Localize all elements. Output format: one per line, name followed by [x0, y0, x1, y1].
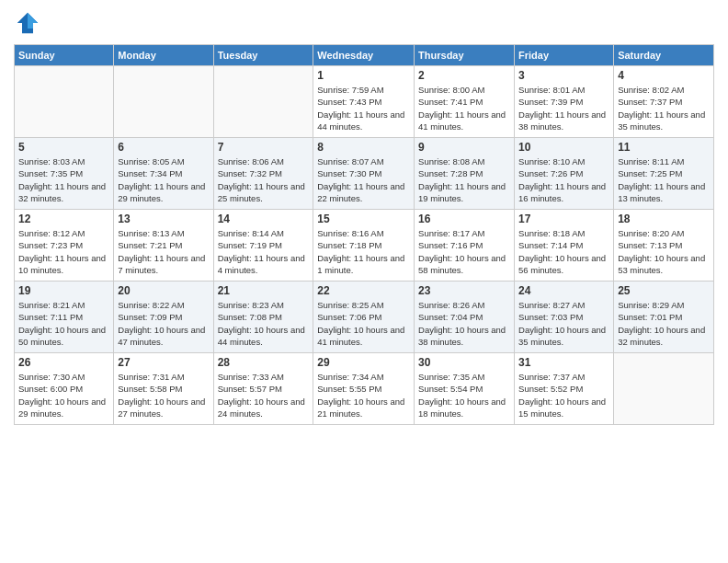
day-number: 19 [18, 284, 109, 297]
day-number: 4 [618, 69, 710, 82]
day-info: Sunrise: 7:37 AM Sunset: 5:52 PM Dayligh… [518, 371, 609, 419]
table-row [15, 66, 114, 138]
table-row: 29Sunrise: 7:34 AM Sunset: 5:55 PM Dayli… [313, 353, 415, 425]
day-info: Sunrise: 8:23 AM Sunset: 7:08 PM Dayligh… [218, 299, 310, 348]
table-row: 3Sunrise: 8:01 AM Sunset: 7:39 PM Daylig… [515, 66, 614, 138]
day-number: 24 [518, 284, 609, 297]
logo-icon [14, 9, 41, 37]
table-row: 31Sunrise: 7:37 AM Sunset: 5:52 PM Dayli… [515, 353, 614, 425]
day-info: Sunrise: 7:35 AM Sunset: 5:54 PM Dayligh… [418, 371, 510, 419]
day-number: 6 [118, 141, 209, 154]
table-row: 18Sunrise: 8:20 AM Sunset: 7:13 PM Dayli… [614, 210, 714, 282]
day-info: Sunrise: 8:06 AM Sunset: 7:32 PM Dayligh… [218, 155, 310, 204]
table-row: 25Sunrise: 8:29 AM Sunset: 7:01 PM Dayli… [614, 282, 714, 353]
day-info: Sunrise: 8:01 AM Sunset: 7:39 PM Dayligh… [518, 84, 609, 132]
table-row: 22Sunrise: 8:25 AM Sunset: 7:06 PM Dayli… [313, 282, 415, 353]
day-number: 25 [618, 284, 710, 297]
table-row: 11Sunrise: 8:11 AM Sunset: 7:25 PM Dayli… [614, 138, 714, 210]
col-tuesday: Tuesday [213, 45, 313, 66]
calendar-week-row: 1Sunrise: 7:59 AM Sunset: 7:43 PM Daylig… [15, 66, 714, 138]
table-row: 2Sunrise: 8:00 AM Sunset: 7:41 PM Daylig… [415, 66, 515, 138]
day-info: Sunrise: 8:13 AM Sunset: 7:21 PM Dayligh… [118, 227, 209, 276]
day-number: 1 [317, 69, 410, 82]
table-row: 17Sunrise: 8:18 AM Sunset: 7:14 PM Dayli… [515, 210, 614, 282]
day-info: Sunrise: 8:26 AM Sunset: 7:04 PM Dayligh… [418, 299, 510, 348]
day-info: Sunrise: 8:11 AM Sunset: 7:25 PM Dayligh… [618, 155, 710, 204]
col-sunday: Sunday [15, 45, 114, 66]
day-number: 31 [518, 356, 609, 369]
day-number: 7 [218, 141, 310, 154]
table-row: 6Sunrise: 8:05 AM Sunset: 7:34 PM Daylig… [114, 138, 213, 210]
table-row: 21Sunrise: 8:23 AM Sunset: 7:08 PM Dayli… [213, 282, 313, 353]
day-number: 21 [218, 284, 310, 297]
table-row: 23Sunrise: 8:26 AM Sunset: 7:04 PM Dayli… [415, 282, 515, 353]
day-info: Sunrise: 8:00 AM Sunset: 7:41 PM Dayligh… [418, 84, 510, 132]
day-info: Sunrise: 8:20 AM Sunset: 7:13 PM Dayligh… [618, 227, 710, 276]
day-number: 10 [518, 141, 609, 154]
table-row: 24Sunrise: 8:27 AM Sunset: 7:03 PM Dayli… [515, 282, 614, 353]
calendar-week-row: 5Sunrise: 8:03 AM Sunset: 7:35 PM Daylig… [15, 138, 714, 210]
table-row: 12Sunrise: 8:12 AM Sunset: 7:23 PM Dayli… [15, 210, 114, 282]
day-info: Sunrise: 7:59 AM Sunset: 7:43 PM Dayligh… [317, 84, 410, 132]
day-info: Sunrise: 8:22 AM Sunset: 7:09 PM Dayligh… [118, 299, 209, 348]
calendar-week-row: 19Sunrise: 8:21 AM Sunset: 7:11 PM Dayli… [15, 282, 714, 353]
table-row: 1Sunrise: 7:59 AM Sunset: 7:43 PM Daylig… [313, 66, 415, 138]
day-number: 3 [518, 69, 609, 82]
table-row: 30Sunrise: 7:35 AM Sunset: 5:54 PM Dayli… [415, 353, 515, 425]
logo [14, 9, 45, 37]
day-info: Sunrise: 8:10 AM Sunset: 7:26 PM Dayligh… [518, 155, 609, 204]
table-row: 28Sunrise: 7:33 AM Sunset: 5:57 PM Dayli… [213, 353, 313, 425]
col-friday: Friday [515, 45, 614, 66]
table-row: 16Sunrise: 8:17 AM Sunset: 7:16 PM Dayli… [415, 210, 515, 282]
day-info: Sunrise: 8:05 AM Sunset: 7:34 PM Dayligh… [118, 155, 209, 204]
table-row: 27Sunrise: 7:31 AM Sunset: 5:58 PM Dayli… [114, 353, 213, 425]
table-row: 5Sunrise: 8:03 AM Sunset: 7:35 PM Daylig… [15, 138, 114, 210]
table-row: 8Sunrise: 8:07 AM Sunset: 7:30 PM Daylig… [313, 138, 415, 210]
calendar-header-row: Sunday Monday Tuesday Wednesday Thursday… [15, 45, 714, 66]
day-number: 17 [518, 213, 609, 225]
page: Sunday Monday Tuesday Wednesday Thursday… [0, 0, 728, 563]
col-saturday: Saturday [614, 45, 714, 66]
day-number: 29 [317, 356, 410, 369]
day-number: 8 [317, 141, 410, 154]
day-info: Sunrise: 8:16 AM Sunset: 7:18 PM Dayligh… [317, 227, 410, 276]
day-number: 13 [118, 213, 209, 225]
day-info: Sunrise: 8:17 AM Sunset: 7:16 PM Dayligh… [418, 227, 510, 276]
calendar-week-row: 26Sunrise: 7:30 AM Sunset: 6:00 PM Dayli… [15, 353, 714, 425]
calendar-table: Sunday Monday Tuesday Wednesday Thursday… [14, 44, 714, 425]
table-row [213, 66, 313, 138]
table-row: 9Sunrise: 8:08 AM Sunset: 7:28 PM Daylig… [415, 138, 515, 210]
day-number: 9 [418, 141, 510, 154]
day-info: Sunrise: 8:08 AM Sunset: 7:28 PM Dayligh… [418, 155, 510, 204]
table-row: 26Sunrise: 7:30 AM Sunset: 6:00 PM Dayli… [15, 353, 114, 425]
table-row: 19Sunrise: 8:21 AM Sunset: 7:11 PM Dayli… [15, 282, 114, 353]
day-number: 22 [317, 284, 410, 297]
table-row: 14Sunrise: 8:14 AM Sunset: 7:19 PM Dayli… [213, 210, 313, 282]
table-row: 7Sunrise: 8:06 AM Sunset: 7:32 PM Daylig… [213, 138, 313, 210]
day-info: Sunrise: 8:25 AM Sunset: 7:06 PM Dayligh… [317, 299, 410, 348]
day-info: Sunrise: 8:21 AM Sunset: 7:11 PM Dayligh… [18, 299, 109, 348]
day-number: 27 [118, 356, 209, 369]
day-number: 12 [18, 213, 109, 225]
day-number: 23 [418, 284, 510, 297]
day-info: Sunrise: 8:14 AM Sunset: 7:19 PM Dayligh… [218, 227, 310, 276]
day-number: 16 [418, 213, 510, 225]
table-row: 4Sunrise: 8:02 AM Sunset: 7:37 PM Daylig… [614, 66, 714, 138]
table-row: 13Sunrise: 8:13 AM Sunset: 7:21 PM Dayli… [114, 210, 213, 282]
header [14, 9, 714, 37]
table-row: 15Sunrise: 8:16 AM Sunset: 7:18 PM Dayli… [313, 210, 415, 282]
day-info: Sunrise: 7:31 AM Sunset: 5:58 PM Dayligh… [118, 371, 209, 419]
col-thursday: Thursday [415, 45, 515, 66]
day-info: Sunrise: 7:34 AM Sunset: 5:55 PM Dayligh… [317, 371, 410, 419]
day-number: 5 [18, 141, 109, 154]
day-number: 18 [618, 213, 710, 225]
day-number: 20 [118, 284, 209, 297]
day-number: 15 [317, 213, 410, 225]
table-row [614, 353, 714, 425]
day-info: Sunrise: 8:29 AM Sunset: 7:01 PM Dayligh… [618, 299, 710, 348]
svg-marker-1 [28, 13, 38, 29]
table-row: 10Sunrise: 8:10 AM Sunset: 7:26 PM Dayli… [515, 138, 614, 210]
day-info: Sunrise: 7:33 AM Sunset: 5:57 PM Dayligh… [218, 371, 310, 419]
day-number: 2 [418, 69, 510, 82]
table-row [114, 66, 213, 138]
